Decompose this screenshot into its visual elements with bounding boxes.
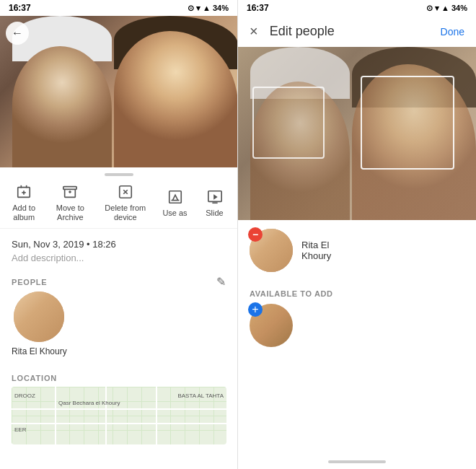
delete-from-device-button[interactable]: Delete from device (96, 183, 155, 222)
signal-icon-r: ▲ (441, 4, 449, 12)
location-section-label: LOCATION (0, 365, 237, 387)
slideshow-label: Slide (206, 209, 223, 218)
wifi-icon-r: ▾ (435, 4, 439, 13)
left-panel: 16:37 ⊙ ▾ ▲ 34% ← (0, 0, 238, 469)
done-button[interactable]: Done (441, 26, 464, 38)
people-list: Rita El Khoury (0, 292, 237, 365)
map-label-drooz: DROOZ (14, 393, 35, 399)
delete-from-device-icon (117, 183, 134, 201)
battery-right: 34% (451, 4, 467, 12)
time-left: 16:37 (9, 3, 31, 13)
time-right: 16:37 (247, 3, 269, 13)
edit-photo (238, 47, 476, 220)
wifi-icon: ▾ (196, 4, 200, 13)
alarm-icon: ⊙ (188, 4, 194, 13)
available-person-item: + (250, 304, 293, 347)
action-bar: Add to album Move to Archive Delete fr (0, 179, 237, 229)
map-preview[interactable]: DROOZ Qasr Bechara el Khoury BASTA AL TA… (12, 387, 226, 444)
use-as-icon (167, 188, 184, 206)
status-bar-left: 16:37 ⊙ ▾ ▲ 34% (0, 0, 237, 16)
add-to-album-icon (15, 183, 32, 201)
available-label: AVAILABLE TO ADD (238, 286, 476, 304)
svg-rect-5 (63, 187, 76, 190)
signal-icon: ▲ (203, 4, 211, 12)
face-detection-box-2 (361, 76, 454, 170)
status-icons-left: ⊙ ▾ ▲ 34% (188, 4, 229, 13)
add-person-button[interactable]: + (248, 302, 263, 317)
right-panel: 16:37 ⊙ ▾ ▲ 34% × Edit people Done − (238, 0, 476, 469)
drag-handle (105, 173, 133, 176)
use-as-button[interactable]: Use as (155, 188, 195, 218)
bottom-bar (328, 460, 386, 463)
add-to-album-label: Add to album (3, 203, 45, 222)
edit-title: Edit people (270, 24, 429, 39)
remove-person-button[interactable]: − (248, 227, 263, 242)
map-label-eer: EER (14, 426, 26, 433)
back-button[interactable]: ← (6, 22, 29, 45)
slideshow-icon (206, 188, 224, 206)
add-to-album-button[interactable]: Add to album (3, 183, 45, 222)
photo-info: Sun, Nov 3, 2019 • 18:26 Add description… (0, 229, 237, 269)
person-avatar[interactable] (14, 292, 64, 342)
slideshow-button[interactable]: Slide (195, 188, 234, 218)
close-button[interactable]: × (250, 23, 258, 40)
location-section: DROOZ Qasr Bechara el Khoury BASTA AL TA… (0, 387, 237, 444)
edit-header: × Edit people Done (238, 16, 476, 47)
map-label-qasr: Qasr Bechara el Khoury (58, 400, 120, 406)
person-name: Rita El Khoury (12, 346, 67, 356)
move-to-archive-label: Move to Archive (45, 203, 95, 222)
move-to-archive-icon (61, 183, 79, 201)
svg-rect-9 (169, 190, 181, 203)
map-label-basta: BASTA AL TAHTA (177, 393, 224, 399)
move-to-archive-button[interactable]: Move to Archive (45, 183, 95, 222)
people-section-label: PEOPLE (12, 278, 47, 286)
edit-avatar-wrapper: − (250, 229, 293, 272)
edit-people-list: − Rita ElKhoury (238, 220, 476, 286)
person-item: Rita El Khoury (12, 292, 67, 356)
available-list: + (238, 304, 476, 347)
delete-from-device-label: Delete from device (96, 203, 155, 222)
photo-date: Sun, Nov 3, 2019 • 18:26 (12, 239, 226, 250)
battery-left: 34% (213, 4, 229, 12)
main-photo: ← (0, 16, 238, 167)
photo-description-placeholder[interactable]: Add description... (12, 253, 226, 263)
edit-person-row: − Rita ElKhoury (250, 229, 464, 272)
use-as-label: Use as (162, 209, 187, 218)
alarm-icon-r: ⊙ (426, 4, 433, 13)
face-detection-box-1 (252, 87, 325, 159)
status-bar-right: 16:37 ⊙ ▾ ▲ 34% (238, 0, 476, 16)
edit-person-name: Rita ElKhoury (301, 240, 331, 261)
status-icons-right: ⊙ ▾ ▲ 34% (426, 4, 467, 13)
people-edit-icon[interactable]: ✎ (216, 275, 226, 289)
